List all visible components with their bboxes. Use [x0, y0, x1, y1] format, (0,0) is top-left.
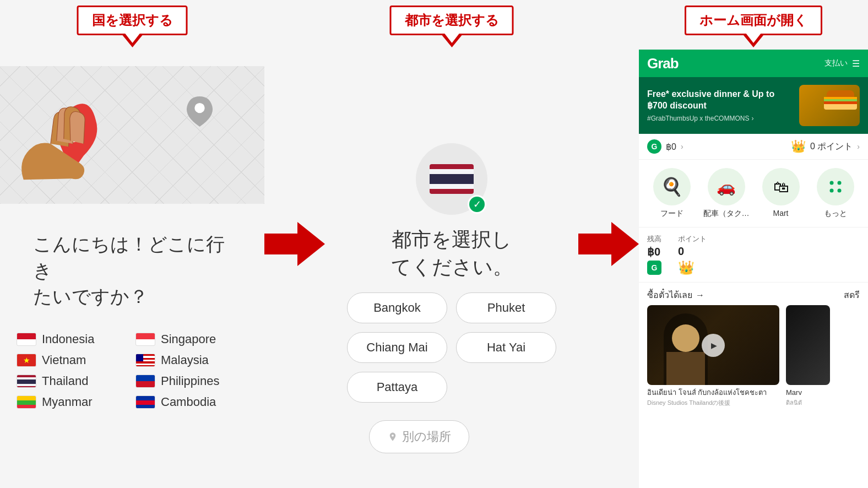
flag-myanmar: [17, 395, 36, 409]
flag-indonesia: [17, 333, 36, 346]
banner-subtitle: #GrabThumbsUp x theCOMMONS ›: [647, 115, 774, 122]
country-item-myanmar[interactable]: Myanmar: [17, 395, 129, 409]
points-reward[interactable]: 👑 0 ポイント ›: [791, 139, 860, 154]
city-btn-phuket[interactable]: Phuket: [456, 292, 556, 323]
grab-logo: Grab: [647, 55, 679, 72]
country-item-singapore[interactable]: Singapore: [135, 332, 248, 346]
thailand-flag: [430, 164, 474, 194]
flag-vietnam: ★: [17, 354, 36, 367]
callout-label-3: ホーム画面が開く: [685, 6, 822, 35]
arrow-body-2: [578, 234, 611, 254]
country-item-cambodia[interactable]: Cambodia: [135, 395, 248, 409]
crown-icon: 👑: [791, 139, 806, 154]
movie-card-marv[interactable]: Marv ติลนิดั: [786, 305, 830, 408]
banner-hashtag: #GrabThumbsUp x theCOMMONS: [647, 115, 749, 122]
panel1-country-selection: 国を選択する: [0, 0, 264, 488]
svg-point-6: [837, 189, 841, 193]
flag-thailand: [17, 375, 36, 388]
page-wrapper: 国を選択する: [0, 0, 868, 488]
other-place-label: 別の場所: [402, 429, 451, 445]
service-food[interactable]: 🍳 フード: [644, 168, 699, 219]
more-service-label: もっと: [824, 209, 847, 219]
service-mart[interactable]: 🛍 Mart: [753, 168, 808, 219]
hand-pin-illustration: [6, 72, 138, 204]
points-crown-icon: 👑: [678, 260, 695, 275]
svg-point-2: [194, 103, 204, 113]
saldo-icon-row: G: [647, 261, 661, 275]
country-name-indonesia: Indonesia: [42, 332, 94, 346]
tickets-buy-arrow: →: [696, 290, 704, 300]
flag-cambodia: [135, 395, 155, 409]
play-btn-indiana[interactable]: ▶: [702, 334, 725, 357]
city-btn-hatyai[interactable]: Hat Yai: [456, 332, 556, 363]
movie-card-indiana[interactable]: ▶ อินเดียน่า โจนส์ กับกงล้อแห่งโชคชะตา D…: [647, 305, 779, 408]
header-icons: 支払い ☰: [824, 58, 860, 69]
service-more[interactable]: もっと: [808, 168, 862, 219]
promo-banner[interactable]: Free* exclusive dinner & Up to฿700 disco…: [639, 77, 868, 134]
country-item-malaysia[interactable]: Malaysia: [135, 353, 248, 367]
country-name-thailand: Thailand: [42, 374, 88, 388]
panel3-home: ホーム画面が開く Grab 支払い ☰ Free* exclusive dinn…: [639, 0, 868, 488]
arrow-1: [264, 0, 325, 488]
car-service-label: 配車（タク…: [703, 209, 750, 219]
greeting-section: こんにちは！どこに行きたいですか？: [0, 204, 264, 327]
payments-label: 支払い: [824, 58, 848, 68]
balance-chevron: ›: [681, 142, 683, 151]
figure-silhouette: [664, 313, 708, 385]
balance-inner: 残高 ฿0 G ポイント 0 👑: [647, 234, 860, 275]
gray-pin: [185, 94, 215, 129]
food-service-icon: 🍳: [653, 168, 691, 205]
tickets-buy-label: ซื้อตั๋วได้เลย: [647, 288, 692, 302]
checkmark-badge: ✓: [468, 195, 486, 214]
country-illustration: [0, 66, 264, 204]
country-item-thailand[interactable]: Thailand: [17, 374, 129, 388]
rewards-row: G ฿0 › 👑 0 ポイント ›: [639, 134, 868, 160]
dots-icon: [828, 179, 843, 194]
mart-service-icon: 🛍: [762, 168, 800, 205]
callout-arrow-2: [442, 35, 462, 47]
flag-singapore: [135, 333, 155, 346]
banner-image: [799, 85, 860, 126]
tickets-more-label: สดรี: [844, 288, 860, 302]
saldo-col: 残高 ฿0 G: [647, 234, 661, 275]
points-icon-row: 👑: [678, 260, 707, 275]
movie-title-marv: Marv: [786, 388, 830, 397]
food-service-label: フード: [660, 209, 683, 219]
btn-other-place[interactable]: 別の場所: [369, 420, 469, 453]
banner-title: Free* exclusive dinner & Up to฿700 disco…: [647, 89, 774, 112]
header-menu-icon[interactable]: ☰: [852, 58, 860, 69]
svg-point-4: [837, 181, 841, 185]
panel2-city-selection: 都市を選択する ✓ 都市を選択してください。 Bangkok Phuk: [325, 0, 578, 488]
points-label-bal: ポイント: [678, 234, 707, 244]
food-illustration: [824, 90, 857, 118]
city-btn-pattaya[interactable]: Pattaya: [347, 372, 447, 403]
country-name-philippines: Philippines: [161, 374, 219, 388]
movie-thumb-indiana: ▶: [647, 305, 779, 385]
points-col: ポイント 0 👑: [678, 234, 707, 275]
points-value: 0 ポイント: [810, 141, 853, 153]
arrow-body-1: [264, 234, 297, 254]
country-item-vietnam[interactable]: ★ Vietnam: [17, 353, 129, 367]
service-car[interactable]: 🚗 配車（タク…: [699, 168, 753, 219]
arrow-head-2: [611, 222, 639, 266]
points-amount: 0: [678, 245, 707, 258]
country-name-malaysia: Malaysia: [161, 353, 209, 367]
arrow-head-1: [297, 222, 325, 266]
balance-reward[interactable]: G ฿0 ›: [647, 139, 683, 154]
grab-header: Grab 支払い ☰: [639, 50, 868, 77]
city-btn-bangkok[interactable]: Bangkok: [347, 292, 447, 323]
country-item-philippines[interactable]: Philippines: [135, 374, 248, 388]
city-btn-chiangmai[interactable]: Chiang Mai: [347, 332, 447, 363]
buy-tickets-link[interactable]: ซื้อตั๋วได้เลย →: [647, 288, 704, 302]
balance-badge: G: [647, 139, 661, 154]
greeting-text: こんにちは！どこに行きたいですか？: [17, 215, 248, 321]
country-name-myanmar: Myanmar: [42, 395, 93, 409]
country-item-indonesia[interactable]: Indonesia: [17, 332, 129, 346]
movie-studio-indiana: Disney Studios Thailandの後援: [647, 399, 779, 407]
banner-arrow: ›: [751, 115, 753, 122]
tickets-header: ซื้อตั๋วได้เลย → สดรี: [639, 283, 868, 305]
red-arrow-1: [264, 222, 325, 266]
saldo-g-icon: G: [647, 261, 661, 275]
country-name-singapore: Singapore: [161, 332, 216, 346]
city-prompt-text: 都市を選択してください。: [391, 226, 513, 281]
